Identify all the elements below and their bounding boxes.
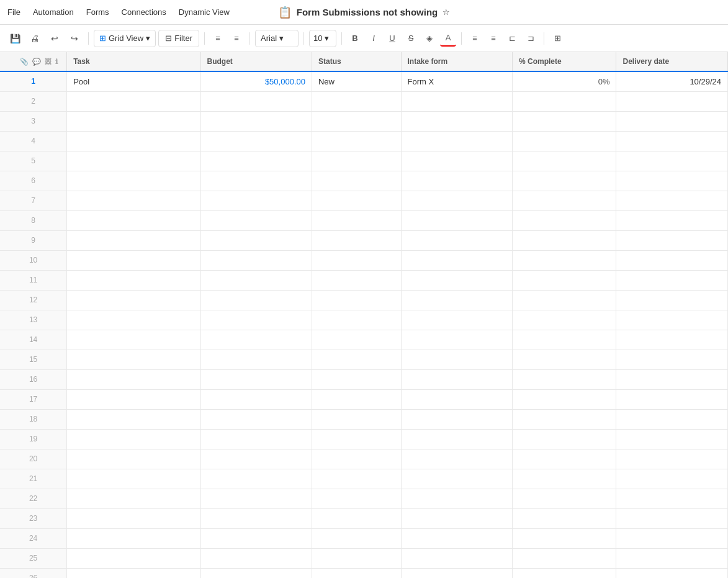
info-header-icon[interactable]: ℹ <box>55 58 58 66</box>
intake-cell[interactable] <box>401 230 512 250</box>
budget-column-header[interactable]: Budget <box>200 52 312 71</box>
task-cell[interactable] <box>67 290 200 310</box>
strikethrough-button[interactable]: S <box>403 30 419 47</box>
pct-cell[interactable] <box>512 449 616 469</box>
pct-cell[interactable] <box>512 310 616 330</box>
pct-cell[interactable] <box>512 489 616 508</box>
pct-cell[interactable] <box>512 191 616 210</box>
table-row[interactable]: 3 <box>0 111 728 131</box>
task-cell[interactable] <box>67 568 200 578</box>
delivery-cell[interactable] <box>616 131 728 151</box>
budget-cell[interactable] <box>200 489 312 508</box>
intake-cell[interactable] <box>401 131 512 151</box>
task-cell[interactable] <box>67 528 200 548</box>
outdent-button[interactable]: ⊏ <box>504 30 520 47</box>
intake-cell[interactable] <box>401 508 512 528</box>
table-row[interactable]: 11 <box>0 270 728 290</box>
status-cell[interactable] <box>312 389 401 409</box>
pct-cell[interactable] <box>512 151 616 171</box>
delivery-cell[interactable] <box>616 389 728 409</box>
delivery-cell[interactable] <box>616 409 728 429</box>
pct-cell[interactable]: 0% <box>512 71 616 91</box>
delivery-cell[interactable] <box>616 350 728 369</box>
undo-button[interactable]: ↩ <box>46 30 63 47</box>
pct-cell[interactable] <box>512 111 616 131</box>
delivery-cell[interactable] <box>616 171 728 191</box>
delivery-cell[interactable] <box>616 489 728 508</box>
pct-cell[interactable] <box>512 429 616 449</box>
budget-cell[interactable] <box>200 270 312 290</box>
italic-button[interactable]: I <box>366 30 382 47</box>
highlight-button[interactable]: ◈ <box>421 30 438 47</box>
table-row[interactable]: 21 <box>0 469 728 489</box>
pct-cell[interactable] <box>512 369 616 389</box>
table-row[interactable]: 16 <box>0 369 728 389</box>
status-cell[interactable] <box>312 568 401 578</box>
table-row[interactable]: 20 <box>0 449 728 469</box>
pct-cell[interactable] <box>512 210 616 230</box>
delivery-cell[interactable] <box>616 449 728 469</box>
font-selector[interactable]: Arial ▾ <box>255 30 299 47</box>
budget-cell[interactable] <box>200 409 312 429</box>
menu-file[interactable]: File <box>7 7 20 17</box>
status-cell[interactable]: New <box>312 71 401 91</box>
menu-connections[interactable]: Connections <box>122 7 166 17</box>
menu-forms[interactable]: Forms <box>86 7 109 17</box>
status-cell[interactable] <box>312 250 401 270</box>
intake-cell[interactable]: Form X <box>401 71 512 91</box>
status-cell[interactable] <box>312 230 401 250</box>
intake-cell[interactable] <box>401 409 512 429</box>
table-row[interactable]: 2 <box>0 91 728 111</box>
budget-cell[interactable] <box>200 310 312 330</box>
delivery-cell[interactable] <box>616 151 728 171</box>
status-cell[interactable] <box>312 310 401 330</box>
pct-cell[interactable] <box>512 548 616 568</box>
align-left-button[interactable]: ≡ <box>210 30 226 47</box>
budget-cell[interactable] <box>200 290 312 310</box>
status-cell[interactable] <box>312 469 401 489</box>
pct-cell[interactable] <box>512 409 616 429</box>
pct-column-header[interactable]: % Complete <box>512 52 616 71</box>
task-cell[interactable] <box>67 151 200 171</box>
budget-cell[interactable]: $50,000.00 <box>200 71 312 91</box>
pct-cell[interactable] <box>512 330 616 350</box>
status-cell[interactable] <box>312 489 401 508</box>
pct-cell[interactable] <box>512 131 616 151</box>
pct-cell[interactable] <box>512 389 616 409</box>
intake-cell[interactable] <box>401 489 512 508</box>
task-cell[interactable] <box>67 310 200 330</box>
intake-cell[interactable] <box>401 548 512 568</box>
task-cell[interactable] <box>67 330 200 350</box>
intake-cell[interactable] <box>401 210 512 230</box>
task-cell[interactable] <box>67 489 200 508</box>
delivery-cell[interactable] <box>616 548 728 568</box>
budget-cell[interactable] <box>200 469 312 489</box>
intake-cell[interactable] <box>401 111 512 131</box>
task-cell[interactable] <box>67 210 200 230</box>
budget-cell[interactable] <box>200 250 312 270</box>
budget-cell[interactable] <box>200 350 312 369</box>
status-cell[interactable] <box>312 429 401 449</box>
task-cell[interactable] <box>67 111 200 131</box>
indent-button[interactable]: ⊐ <box>523 30 539 47</box>
status-cell[interactable] <box>312 151 401 171</box>
intake-cell[interactable] <box>401 91 512 111</box>
grid-view-button[interactable]: ⊞ Grid View ▾ <box>94 30 156 47</box>
status-cell[interactable] <box>312 449 401 469</box>
delivery-cell[interactable] <box>616 330 728 350</box>
delivery-cell[interactable] <box>616 369 728 389</box>
intake-cell[interactable] <box>401 369 512 389</box>
task-cell[interactable] <box>67 270 200 290</box>
budget-cell[interactable] <box>200 91 312 111</box>
status-cell[interactable] <box>312 409 401 429</box>
table-row[interactable]: 19 <box>0 429 728 449</box>
pct-cell[interactable] <box>512 469 616 489</box>
status-cell[interactable] <box>312 528 401 548</box>
status-cell[interactable] <box>312 330 401 350</box>
delivery-cell[interactable] <box>616 508 728 528</box>
budget-cell[interactable] <box>200 548 312 568</box>
status-cell[interactable] <box>312 369 401 389</box>
table-row[interactable]: 13 <box>0 310 728 330</box>
task-cell[interactable] <box>67 250 200 270</box>
delivery-cell[interactable] <box>616 270 728 290</box>
